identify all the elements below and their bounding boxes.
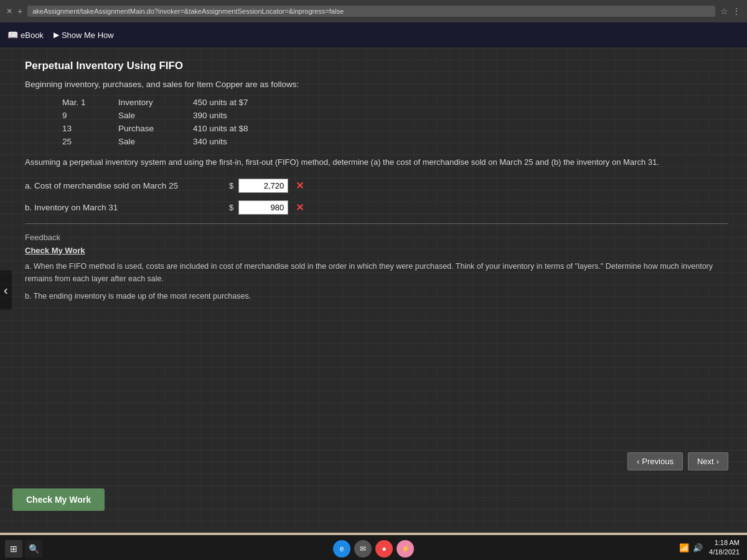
check-my-work-button[interactable]: Check My Work (12, 488, 105, 511)
wrong-icon-b: ✕ (296, 202, 304, 213)
next-chevron-icon: › (716, 457, 719, 466)
dollar-sign-a: $ (229, 181, 233, 190)
question-b-input[interactable] (238, 200, 288, 215)
next-button[interactable]: Next › (688, 452, 728, 470)
taskbar-lightning-icon[interactable]: ⚡ (397, 540, 414, 558)
answer-row-b: b. Inventory on March 31 $ ✕ (25, 200, 728, 215)
inv-detail: 390 units (193, 111, 293, 120)
inventory-row: 13 Purchase 410 units at $8 (62, 124, 728, 133)
question-b-label: b. Inventory on March 31 (25, 203, 224, 212)
inv-detail: 450 units at $7 (193, 98, 293, 107)
question-a-input[interactable] (238, 179, 288, 193)
feedback-label: Feedback (25, 233, 728, 242)
inventory-row: Mar. 1 Inventory 450 units at $7 (62, 98, 728, 107)
problem-text: Assuming a perpetual inventory system an… (25, 156, 728, 169)
taskbar-mail-icon[interactable]: ✉ (354, 540, 372, 558)
next-label: Next (697, 457, 714, 466)
taskbar-time: 1:18 AM 4/18/2021 (709, 538, 740, 558)
volume-icon: 🔊 (693, 543, 703, 553)
tab-new-icon[interactable]: + (17, 6, 22, 16)
search-button[interactable]: 🔍 (25, 540, 42, 558)
bottom-nav: ‹ Previous Next › (627, 452, 728, 470)
taskbar-start: ⊞ 🔍 (5, 540, 42, 558)
top-toolbar: 📖 eBook ▶ Show Me How (0, 22, 747, 47)
inv-type: Inventory (118, 98, 168, 107)
page-title: Perpetual Inventory Using FIFO (25, 60, 728, 72)
inv-type: Purchase (118, 124, 168, 133)
left-nav-arrow[interactable]: ‹ (0, 271, 12, 310)
taskbar-edge-icon[interactable]: e (333, 540, 350, 558)
taskbar-chrome-icon[interactable]: ● (375, 540, 393, 558)
inv-date: 13 (62, 124, 93, 133)
wifi-icon: 📶 (679, 543, 689, 553)
ebook-label: eBook (21, 30, 44, 40)
feedback-text-a: a. When the FIFO method is used, costs a… (25, 260, 728, 285)
feedback-text-b: b. The ending inventory is made up of th… (25, 290, 728, 302)
ebook-button[interactable]: 📖 eBook (7, 30, 44, 40)
question-a-label: a. Cost of merchandise sold on March 25 (25, 181, 224, 190)
show-me-how-label: Show Me How (62, 30, 114, 40)
answer-row-a: a. Cost of merchandise sold on March 25 … (25, 179, 728, 193)
check-my-work-feedback-header[interactable]: Check My Work (25, 246, 728, 255)
tab-close-icon[interactable]: ✕ (6, 7, 12, 16)
start-button[interactable]: ⊞ (5, 540, 22, 558)
previous-chevron-icon: ‹ (637, 457, 639, 466)
time-display: 1:18 AM (709, 538, 740, 548)
inventory-table: Mar. 1 Inventory 450 units at $7 9 Sale … (62, 98, 728, 146)
taskbar: ⊞ 🔍 e ✉ ● ⚡ 📶 🔊 1:18 AM 4/18/2021 (0, 535, 747, 560)
inv-type: Sale (118, 137, 168, 146)
previous-button[interactable]: ‹ Previous (627, 452, 683, 470)
taskbar-app-icons: e ✉ ● ⚡ (333, 540, 414, 558)
browser-icons: ☆ ⋮ (720, 6, 741, 16)
date-display: 4/18/2021 (709, 548, 740, 557)
inv-type: Sale (118, 111, 168, 120)
menu-icon[interactable]: ⋮ (732, 6, 741, 16)
star-icon[interactable]: ☆ (720, 6, 728, 16)
inv-detail: 340 units (193, 137, 293, 146)
wrong-icon-a: ✕ (296, 180, 304, 192)
inv-date: Mar. 1 (62, 98, 93, 107)
show-me-how-button[interactable]: ▶ Show Me How (54, 30, 114, 40)
intro-text: Beginning inventory, purchases, and sale… (25, 80, 728, 89)
inv-date: 25 (62, 137, 93, 146)
inventory-row: 9 Sale 390 units (62, 111, 728, 120)
divider (25, 223, 728, 224)
main-content: ‹ Perpetual Inventory Using FIFO Beginni… (0, 47, 747, 533)
dollar-sign-b: $ (229, 203, 233, 212)
inventory-row: 25 Sale 340 units (62, 137, 728, 146)
content-inner: Perpetual Inventory Using FIFO Beginning… (25, 60, 728, 302)
video-icon: ▶ (54, 30, 59, 39)
book-icon: 📖 (7, 30, 18, 40)
inv-detail: 410 units at $8 (193, 124, 293, 133)
browser-bar: ✕ + akeAssignment/takeAssignmentMain.do?… (0, 0, 747, 22)
taskbar-system-icons: 📶 🔊 (679, 543, 703, 553)
browser-url: akeAssignment/takeAssignmentMain.do?invo… (27, 6, 715, 17)
inv-date: 9 (62, 111, 93, 120)
previous-label: Previous (642, 457, 674, 466)
